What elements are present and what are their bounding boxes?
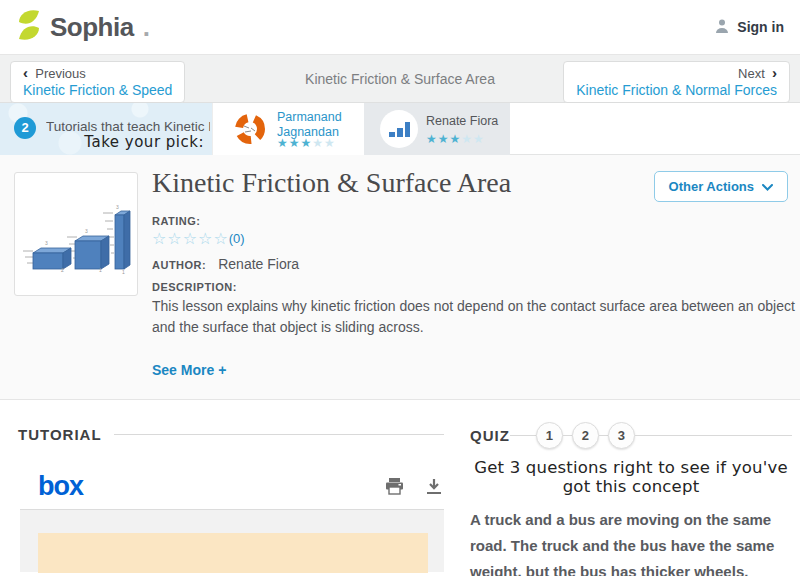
box-logo[interactable]: box xyxy=(38,473,83,499)
app-header: Sophia. Sign in xyxy=(0,0,800,54)
svg-text:2: 2 xyxy=(61,267,64,273)
tutor-rating-stars: ★★★★★ xyxy=(277,136,336,150)
lesson-meta: RATING: ☆☆☆☆☆ (0) AUTHOR: Renate Fiora D… xyxy=(152,215,797,379)
rating-label: RATING: xyxy=(152,215,797,227)
sophia-leaf-icon xyxy=(16,10,42,44)
rating-count-link[interactable]: (0) xyxy=(229,231,245,246)
svg-text:3: 3 xyxy=(85,228,88,234)
sign-in-label: Sign in xyxy=(737,19,784,35)
box-viewer-toolbar: box xyxy=(38,471,442,501)
lesson-description: This lesson explains why kinetic frictio… xyxy=(152,296,797,338)
sign-in-button[interactable]: Sign in xyxy=(714,18,784,37)
quiz-step-1[interactable]: 1 xyxy=(536,422,563,449)
next-label: Next xyxy=(738,66,765,81)
next-lesson-button[interactable]: Next › Kinetic Friction & Normal Forces xyxy=(563,61,790,103)
previous-label: Previous xyxy=(35,66,86,81)
document-preview-panel[interactable] xyxy=(20,510,444,572)
chevron-down-icon xyxy=(762,179,773,194)
see-more-link[interactable]: See More + xyxy=(152,362,226,378)
lesson-navbar: Kinetic Friction & Surface Area ‹ Previo… xyxy=(0,54,800,103)
download-button[interactable] xyxy=(426,478,442,495)
lesson-thumbnail[interactable]: 333 211 xyxy=(14,172,138,296)
quiz-heading: QUIZ xyxy=(470,427,510,444)
tutor-name[interactable]: Renate Fiora xyxy=(426,114,510,129)
take-your-pick-label: Take your pick: xyxy=(84,133,204,151)
svg-text:3: 3 xyxy=(45,240,48,246)
sophia-logo-text: Sophia xyxy=(50,12,134,43)
sophia-logo[interactable]: Sophia. xyxy=(16,10,150,44)
tutorial-divider xyxy=(114,434,444,435)
quiz-tagline: Get 3 questions right to see if you've g… xyxy=(470,458,792,496)
tutors-bar-text: Tutorials that teach Kinetic Frict xyxy=(46,119,210,134)
quiz-column: QUIZ 1 2 3 Get 3 questions right to see … xyxy=(470,400,792,576)
tutorial-column: TUTORIAL box xyxy=(18,400,444,572)
tutor-avatar-orange xyxy=(231,110,269,148)
description-label: DESCRIPTION: xyxy=(152,281,797,293)
previous-lesson-button[interactable]: ‹ Previous Kinetic Friction & Speed xyxy=(10,61,185,103)
sophia-logo-dot: . xyxy=(143,12,150,43)
tutor-card-parmanand[interactable]: Parmanand Jagnandan ★★★★★ xyxy=(212,103,364,155)
page-title: Kinetic Friction & Surface Area xyxy=(152,167,511,199)
chevron-left-icon: ‹ xyxy=(23,64,28,81)
quiz-divider-right xyxy=(635,435,792,436)
svg-text:1: 1 xyxy=(122,269,125,275)
other-actions-button[interactable]: Other Actions xyxy=(654,171,788,202)
chevron-right-icon: › xyxy=(772,64,777,81)
quiz-step-3[interactable]: 3 xyxy=(608,422,635,449)
quiz-divider xyxy=(510,435,536,436)
tutor-rating-stars: ★★★★★ xyxy=(426,132,485,146)
lesson-rating-stars[interactable]: ☆☆☆☆☆ xyxy=(152,229,229,248)
author-label: AUTHOR: xyxy=(152,259,206,271)
previous-lesson-link[interactable]: Kinetic Friction & Speed xyxy=(23,82,172,98)
quiz-step-2[interactable]: 2 xyxy=(572,422,599,449)
content-section: TUTORIAL box xyxy=(0,400,800,576)
user-icon xyxy=(714,18,730,37)
next-lesson-link[interactable]: Kinetic Friction & Normal Forces xyxy=(576,82,777,98)
lesson-summary-section: 333 211 Kinetic Friction & Surface Area … xyxy=(0,155,800,400)
other-actions-label: Other Actions xyxy=(669,179,754,194)
tutors-bar: 2 Tutorials that teach Kinetic Frict Tak… xyxy=(0,103,800,155)
svg-text:3: 3 xyxy=(116,204,119,210)
tutor-card-renate[interactable]: Renate Fiora ★★★★★ xyxy=(364,103,510,155)
svg-text:1: 1 xyxy=(99,267,102,273)
document-page xyxy=(38,533,428,573)
tutors-pick-zone: 2 Tutorials that teach Kinetic Frict Tak… xyxy=(0,103,212,155)
tutorial-count-badge: 2 xyxy=(14,117,36,139)
author-name: Renate Fiora xyxy=(218,256,299,272)
quiz-question-text: A truck and a bus are moving on the same… xyxy=(470,507,792,576)
print-button[interactable] xyxy=(385,478,404,495)
tutorial-heading: TUTORIAL xyxy=(18,426,102,443)
tutor-avatar-chart xyxy=(380,110,418,148)
